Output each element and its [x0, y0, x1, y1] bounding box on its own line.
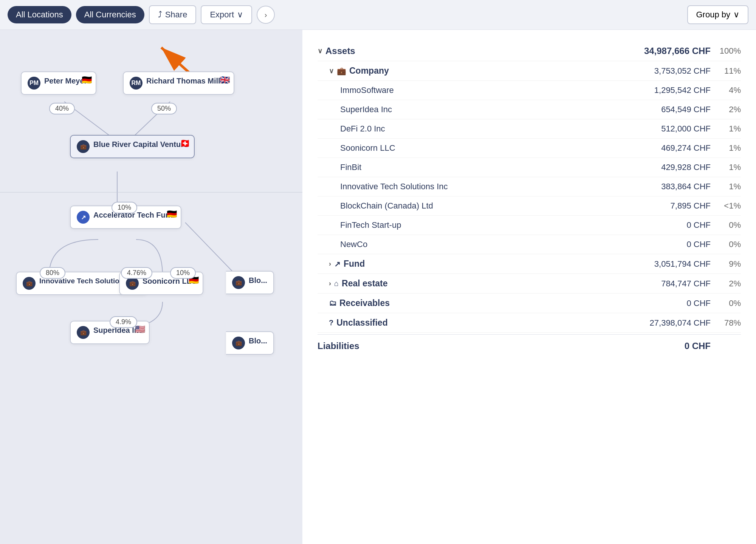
fund-value: 3,051,794 CHF	[627, 259, 711, 269]
unclassified-row: ? Unclassified 27,398,074 CHF 78%	[318, 313, 741, 333]
receivables-pct: 0%	[711, 298, 741, 308]
fund-label: Fund	[344, 259, 365, 269]
all-locations-button[interactable]: All Locations	[8, 6, 71, 23]
realestate-label: Real estate	[342, 278, 387, 289]
finbit-pct: 1%	[711, 162, 741, 172]
innovative-asset-row: Innovative Tech Solutions Inc 383,864 CH…	[318, 177, 741, 196]
innovative-icon: 💼	[23, 277, 36, 290]
immo-pct: 4%	[711, 85, 741, 95]
node-blockchain-right-bottom[interactable]: 💼 Blo...	[226, 331, 274, 355]
blockchain-asset-row: BlockChain (Canada) Ltd 7,895 CHF <1%	[318, 196, 741, 216]
newco-value: 0 CHF	[627, 240, 711, 249]
node-richard-miller[interactable]: RM Richard Thomas Miller 🇬🇧	[123, 71, 234, 95]
liabilities-value: 0 CHF	[627, 341, 711, 351]
unclassified-icon: ?	[329, 318, 333, 327]
innovative-asset-pct: 1%	[711, 182, 741, 192]
divider	[318, 334, 741, 335]
peter-pct: 40%	[49, 103, 75, 114]
soonicorn-pct2: 10%	[170, 267, 196, 279]
fintech-row: FinTech Start-up 0 CHF 0%	[318, 216, 741, 235]
realestate-pct: 2%	[711, 279, 741, 289]
all-currencies-button[interactable]: All Currencies	[76, 6, 144, 23]
company-value: 3,753,052 CHF	[627, 66, 711, 76]
realestate-icon: ⌂	[334, 279, 339, 288]
immo-label: ImmoSoftware	[340, 85, 394, 95]
assets-company-row[interactable]: ∨ 💼 Company 3,753,052 CHF 11%	[318, 61, 741, 81]
peter-flag: 🇩🇪	[82, 75, 92, 85]
defi-pct: 1%	[711, 124, 741, 134]
superidea-asset-pct: 2%	[711, 105, 741, 114]
immo-value: 1,295,542 CHF	[627, 85, 711, 95]
accelerator-pct: 10%	[112, 202, 137, 213]
node-blue-river[interactable]: 💼 Blue River Capital Venture 🇨🇭	[70, 135, 195, 158]
receivables-row: 🗂 Receivables 0 CHF 0%	[318, 294, 741, 313]
share-button[interactable]: ⤴ Share	[149, 5, 197, 24]
soonicorn-asset-pct: 1%	[711, 143, 741, 153]
peter-label: Peter Meyer	[44, 77, 87, 85]
richard-initials: RM	[130, 77, 143, 90]
finbit-label: FinBit	[340, 162, 361, 172]
company-label: Company	[349, 66, 389, 76]
soonicorn-asset-label: Soonicorn LLC	[340, 143, 395, 153]
group-by-button[interactable]: Group by ∨	[687, 5, 749, 24]
realestate-row[interactable]: › ⌂ Real estate 784,747 CHF 2%	[318, 274, 741, 294]
accelerator-flag: 🇩🇪	[167, 209, 177, 219]
chevron-down-icon: ∨	[733, 10, 739, 20]
richard-flag: 🇬🇧	[220, 75, 230, 85]
finbit-row: FinBit 429,928 CHF 1%	[318, 158, 741, 177]
soonicorn-asset-value: 469,274 CHF	[627, 143, 711, 153]
receivables-value: 0 CHF	[627, 298, 711, 308]
assets-chevron[interactable]: ∨	[318, 47, 322, 55]
newco-label: NewCo	[340, 240, 367, 249]
assets-total-value: 34,987,666 CHF	[627, 46, 711, 56]
graph-container: PM Peter Meyer 🇩🇪 40% RM Richard Thomas …	[0, 30, 302, 544]
newco-pct: 0%	[711, 240, 741, 249]
company-icon: 💼	[337, 66, 346, 76]
unclassified-label: Unclassified	[336, 318, 388, 328]
defi-value: 512,000 CHF	[627, 124, 711, 134]
realestate-chevron: ›	[329, 280, 331, 287]
next-button[interactable]: ›	[257, 6, 275, 24]
realestate-value: 784,747 CHF	[627, 279, 711, 289]
liabilities-label: Liabilities	[318, 341, 359, 351]
blockchain-rb-label: Blo...	[249, 337, 267, 345]
fund-icon: ↗	[334, 260, 341, 269]
soonicorn-icon: 💼	[126, 277, 139, 290]
node-peter-meyer[interactable]: PM Peter Meyer 🇩🇪	[21, 71, 96, 95]
peter-initials: PM	[28, 77, 40, 90]
superidea-asset-value: 654,549 CHF	[627, 105, 711, 114]
defi-label: DeFi 2.0 Inc	[340, 124, 385, 134]
main-content: PM Peter Meyer 🇩🇪 40% RM Richard Thomas …	[0, 30, 756, 544]
fund-pct: 9%	[711, 259, 741, 269]
soonicorn-asset-row: Soonicorn LLC 469,274 CHF 1%	[318, 139, 741, 158]
receivables-icon: 🗂	[329, 299, 336, 308]
node-blockchain-right-top[interactable]: 💼 Blo...	[226, 271, 274, 294]
blockchain-rt-icon: 💼	[232, 276, 245, 289]
finbit-value: 429,928 CHF	[627, 162, 711, 172]
fintech-value: 0 CHF	[627, 220, 711, 230]
fintech-label: FinTech Start-up	[340, 220, 401, 230]
richard-pct: 50%	[151, 103, 177, 114]
blockchain-asset-pct: <1%	[711, 201, 741, 211]
assets-header-row: ∨ Assets 34,987,666 CHF 100%	[318, 41, 741, 61]
blockchain-asset-label: BlockChain (Canada) Ltd	[340, 201, 433, 211]
superidea-flag: 🇺🇸	[135, 325, 145, 334]
assets-title: Assets	[325, 46, 355, 56]
company-pct: 11%	[711, 66, 741, 76]
chevron-down-icon: ∨	[237, 10, 243, 20]
share-icon: ⤴	[158, 10, 162, 20]
soonicorn-pct1: 4.76%	[121, 267, 152, 279]
immo-row: ImmoSoftware 1,295,542 CHF 4%	[318, 81, 741, 100]
export-button[interactable]: Export ∨	[201, 5, 252, 24]
assets-total-pct: 100%	[711, 46, 741, 56]
innovative-asset-value: 383,864 CHF	[627, 182, 711, 192]
fintech-pct: 0%	[711, 220, 741, 230]
fund-chevron: ›	[329, 260, 331, 268]
unclassified-value: 27,398,074 CHF	[627, 318, 711, 328]
blockchain-asset-value: 7,895 CHF	[627, 201, 711, 211]
fund-row[interactable]: › ↗ Fund 3,051,794 CHF 9%	[318, 254, 741, 274]
blockchain-rb-icon: 💼	[232, 337, 245, 349]
richard-label: Richard Thomas Miller	[146, 77, 228, 85]
superidea-asset-label: SuperIdea Inc	[340, 105, 392, 114]
top-bar: All Locations All Currencies ⤴ Share Exp…	[0, 0, 756, 30]
